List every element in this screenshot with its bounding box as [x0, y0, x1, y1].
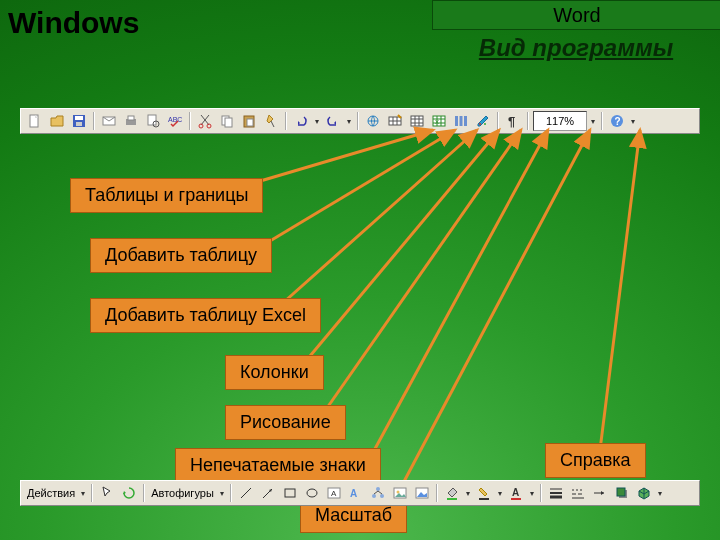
svg-line-32 — [300, 130, 499, 368]
svg-rect-53 — [511, 498, 521, 500]
word-label-box: Word — [432, 0, 720, 30]
svg-rect-13 — [225, 118, 232, 127]
copy-icon[interactable] — [217, 111, 237, 131]
svg-line-33 — [320, 130, 521, 418]
svg-rect-62 — [617, 488, 625, 496]
open-icon[interactable] — [47, 111, 67, 131]
standard-toolbar: ABC ▾ ▾ X ¶ 117% ▾ ? ▾ — [20, 108, 700, 134]
windows-title: Windows — [8, 6, 139, 40]
svg-rect-21 — [455, 116, 458, 126]
rectangle-icon[interactable] — [280, 483, 300, 503]
drawing-toolbar: Действия ▾ Автофигуры ▾ A A ▾ ▾ A ▾ ▾ — [20, 480, 700, 506]
svg-line-30 — [255, 130, 455, 250]
zoom-value: 117% — [546, 115, 574, 127]
dash-style-icon[interactable] — [568, 483, 588, 503]
redo-dropdown[interactable]: ▾ — [345, 111, 353, 131]
svg-point-45 — [372, 494, 376, 498]
help-icon[interactable]: ? — [607, 111, 627, 131]
svg-point-25 — [484, 123, 486, 125]
svg-text:?: ? — [615, 116, 621, 127]
columns-icon[interactable] — [451, 111, 471, 131]
insert-table-icon[interactable] — [407, 111, 427, 131]
hyperlink-icon[interactable] — [363, 111, 383, 131]
undo-dropdown[interactable]: ▾ — [313, 111, 321, 131]
annot-nonprint: Непечатаемые знаки — [175, 448, 381, 483]
svg-text:¶: ¶ — [508, 114, 515, 129]
font-color-dropdown[interactable]: ▾ — [528, 483, 536, 503]
paste-icon[interactable] — [239, 111, 259, 131]
save-icon[interactable] — [69, 111, 89, 131]
svg-rect-2 — [75, 116, 83, 120]
svg-rect-22 — [460, 116, 463, 126]
new-icon[interactable] — [25, 111, 45, 131]
drawing-icon[interactable] — [473, 111, 493, 131]
zoom-dropdown[interactable]: ▾ — [589, 111, 597, 131]
clipart-icon[interactable] — [390, 483, 410, 503]
svg-text:A: A — [350, 488, 357, 499]
print-icon[interactable] — [121, 111, 141, 131]
svg-point-24 — [479, 123, 481, 125]
preview-icon[interactable] — [143, 111, 163, 131]
svg-rect-7 — [148, 115, 156, 125]
fill-color-icon[interactable] — [442, 483, 462, 503]
fill-color-dropdown[interactable]: ▾ — [464, 483, 472, 503]
annot-drawing: Рисование — [225, 405, 346, 440]
drawing-toolbar-options[interactable]: ▾ — [656, 483, 664, 503]
cut-icon[interactable] — [195, 111, 215, 131]
insert-excel-icon[interactable]: X — [429, 111, 449, 131]
format-painter-icon[interactable] — [261, 111, 281, 131]
tables-borders-icon[interactable] — [385, 111, 405, 131]
svg-rect-15 — [247, 119, 253, 126]
select-icon[interactable] — [97, 483, 117, 503]
line-color-icon[interactable] — [474, 483, 494, 503]
svg-point-40 — [307, 489, 317, 497]
svg-rect-51 — [479, 498, 489, 500]
svg-rect-18 — [411, 116, 423, 126]
toolbar-options-dropdown[interactable]: ▾ — [629, 111, 637, 131]
autoshapes-dropdown[interactable]: ▾ — [218, 483, 226, 503]
line-icon[interactable] — [236, 483, 256, 503]
mail-icon[interactable] — [99, 111, 119, 131]
word-label: Word — [553, 4, 600, 26]
svg-line-36 — [600, 130, 640, 450]
actions-dropdown[interactable]: ▾ — [79, 483, 87, 503]
svg-text:X: X — [435, 119, 439, 125]
rotate-icon[interactable] — [119, 483, 139, 503]
annot-columns: Колонки — [225, 355, 324, 390]
annot-help: Справка — [545, 443, 646, 478]
oval-icon[interactable] — [302, 483, 322, 503]
diagram-icon[interactable] — [368, 483, 388, 503]
font-color-icon[interactable]: A — [506, 483, 526, 503]
svg-rect-23 — [464, 116, 467, 126]
actions-menu[interactable]: Действия — [25, 483, 77, 503]
shadow-icon[interactable] — [612, 483, 632, 503]
svg-rect-50 — [447, 498, 457, 500]
picture-icon[interactable] — [412, 483, 432, 503]
zoom-field[interactable]: 117% — [533, 111, 587, 131]
arrow-icon[interactable] — [258, 483, 278, 503]
svg-text:A: A — [512, 487, 519, 498]
undo-icon[interactable] — [291, 111, 311, 131]
svg-point-44 — [376, 487, 380, 491]
arrow-style-icon[interactable] — [590, 483, 610, 503]
svg-point-46 — [380, 494, 384, 498]
svg-rect-39 — [285, 489, 295, 497]
textbox-icon[interactable]: A — [324, 483, 344, 503]
line-weight-icon[interactable] — [546, 483, 566, 503]
wordart-icon[interactable]: A — [346, 483, 366, 503]
redo-icon[interactable] — [323, 111, 343, 131]
svg-text:A: A — [331, 489, 337, 498]
threed-icon[interactable] — [634, 483, 654, 503]
svg-text:ABC: ABC — [168, 116, 182, 123]
line-color-dropdown[interactable]: ▾ — [496, 483, 504, 503]
svg-line-37 — [241, 488, 251, 498]
svg-rect-3 — [76, 122, 82, 126]
svg-rect-6 — [128, 116, 134, 120]
autoshapes-menu[interactable]: Автофигуры — [149, 483, 216, 503]
subtitle: Вид программы — [432, 34, 720, 62]
svg-line-31 — [275, 130, 477, 310]
spelling-icon[interactable]: ABC — [165, 111, 185, 131]
paragraph-icon[interactable]: ¶ — [503, 111, 523, 131]
annot-tables-borders: Таблицы и границы — [70, 178, 263, 213]
svg-line-34 — [370, 130, 548, 458]
